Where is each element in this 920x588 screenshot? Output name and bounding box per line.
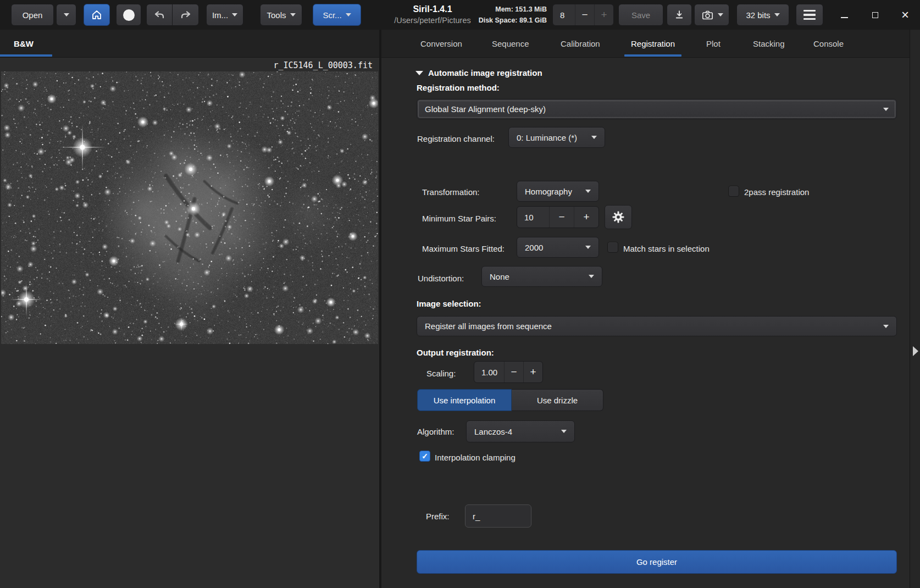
tab-bw[interactable]: B&W <box>4 30 43 57</box>
match-stars-label: Match stars in selection <box>623 244 710 253</box>
window-title-block: Siril-1.4.1 /Users/peterf/Pictures <box>394 3 470 26</box>
scaling-value[interactable]: 1.00 <box>474 362 504 382</box>
min-pairs-decrease-button[interactable]: − <box>549 207 574 228</box>
min-pairs-value[interactable]: 10 <box>517 207 549 228</box>
max-stars-dropdown[interactable]: 2000 <box>517 237 599 258</box>
tab-conversion[interactable]: Conversion <box>420 30 462 57</box>
twopass-label: 2pass registration <box>744 187 809 197</box>
scripts-menu-label: Scr... <box>323 10 341 20</box>
clamping-checkbox[interactable]: ✓ <box>419 451 430 462</box>
tab-console[interactable]: Console <box>813 30 844 57</box>
go-register-button[interactable]: Go register <box>417 550 897 574</box>
redo-button[interactable] <box>173 4 199 26</box>
section-title: Automatic image registration <box>428 68 542 77</box>
undo-button[interactable] <box>146 4 173 26</box>
main-menu-button[interactable] <box>796 4 823 26</box>
channel-dropdown[interactable]: 0: Luminance (*) <box>508 127 605 148</box>
chevron-down-icon <box>232 13 237 16</box>
chevron-down-icon <box>589 275 594 278</box>
max-stars-label: Maximum Stars Fitted: <box>422 244 505 253</box>
chevron-down-icon <box>585 190 591 193</box>
image-selection-value: Register all images from sequence <box>425 321 552 331</box>
camera-icon <box>701 8 714 21</box>
tab-sequence[interactable]: Sequence <box>492 30 529 57</box>
method-label: Registration method: <box>417 83 500 92</box>
algorithm-dropdown[interactable]: Lanczos-4 <box>466 420 575 442</box>
threads-value[interactable]: 8 <box>553 4 575 25</box>
bit-depth-dropdown[interactable]: 32 bits <box>736 4 789 26</box>
minimize-icon <box>841 17 848 18</box>
tab-label: Calibration <box>561 39 600 48</box>
gear-icon <box>611 210 625 224</box>
use-interpolation-label: Use interpolation <box>434 396 496 405</box>
chevron-down-icon <box>774 13 780 16</box>
cwd-indicator-button[interactable] <box>116 4 141 26</box>
disk-space: Disk Space: 89.1 GiB <box>479 15 547 26</box>
match-stars-checkbox[interactable] <box>607 242 618 253</box>
chevron-down-icon <box>290 13 296 16</box>
plus-icon: + <box>601 9 607 21</box>
threads-spinner: 8 − + <box>552 4 614 26</box>
panel-collapse-handle[interactable] <box>910 30 920 588</box>
transformation-label: Transformation: <box>422 187 479 197</box>
chevron-down-icon <box>346 13 351 16</box>
starfield-image[interactable] <box>1 71 378 344</box>
scaling-increase-button[interactable]: + <box>523 362 542 382</box>
save-label: Save <box>631 10 650 20</box>
tab-label: Conversion <box>420 39 462 48</box>
tab-calibration[interactable]: Calibration <box>561 30 600 57</box>
minimize-button[interactable] <box>836 7 852 23</box>
save-button[interactable]: Save <box>618 4 663 26</box>
twopass-checkbox[interactable] <box>728 186 739 197</box>
undistortion-label: Undistortion: <box>418 274 464 283</box>
scaling-decrease-button[interactable]: − <box>504 362 523 382</box>
max-stars-value: 2000 <box>525 243 543 252</box>
app-title: Siril-1.4.1 <box>394 3 470 15</box>
tab-label: Registration <box>631 39 675 48</box>
registration-panel: Automatic image registration Registratio… <box>381 58 910 588</box>
use-drizzle-button[interactable]: Use drizzle <box>512 389 603 411</box>
undo-icon <box>153 8 166 21</box>
tab-stacking[interactable]: Stacking <box>753 30 785 57</box>
tab-registration[interactable]: Registration <box>631 30 675 57</box>
min-pairs-increase-button[interactable]: + <box>574 207 598 228</box>
tab-label: Console <box>813 39 844 48</box>
threads-increase-button[interactable]: + <box>594 4 613 25</box>
save-as-button[interactable] <box>667 4 692 26</box>
tab-label: Plot <box>706 39 721 48</box>
image-selection-dropdown[interactable]: Register all images from sequence <box>417 316 897 336</box>
undistortion-value: None <box>490 272 509 281</box>
tab-plot[interactable]: Plot <box>706 30 721 57</box>
hamburger-icon <box>803 10 816 20</box>
transformation-dropdown[interactable]: Homography <box>517 181 599 202</box>
redo-icon <box>179 8 192 21</box>
use-drizzle-label: Use drizzle <box>537 396 578 405</box>
method-dropdown[interactable]: Global Star Alignment (deep-sky) <box>417 99 897 119</box>
min-pairs-label: Minimum Star Pairs: <box>422 214 496 223</box>
open-recent-dropdown[interactable] <box>56 4 76 26</box>
snapshot-button[interactable] <box>694 4 729 26</box>
algorithm-label: Algorithm: <box>417 427 455 436</box>
maximize-button[interactable] <box>867 7 883 23</box>
min-pairs-spinner: 10 − + <box>517 206 599 228</box>
undistortion-dropdown[interactable]: None <box>481 266 602 287</box>
chevron-down-icon <box>561 430 567 433</box>
scripts-menu-button[interactable]: Scr... <box>313 4 361 26</box>
section-expander[interactable]: Automatic image registration <box>415 68 542 77</box>
threads-decrease-button[interactable]: − <box>575 4 594 25</box>
tab-label: Stacking <box>753 39 785 48</box>
use-interpolation-button[interactable]: Use interpolation <box>417 389 512 411</box>
clamping-label: Interpolation clamping <box>435 453 516 462</box>
download-icon <box>673 9 685 21</box>
chevron-down-icon <box>64 13 69 16</box>
image-menu-button[interactable]: Im... <box>206 4 243 26</box>
home-button[interactable] <box>84 4 110 26</box>
prefix-input[interactable]: r_ <box>465 504 531 528</box>
algorithm-value: Lanczos-4 <box>474 427 512 436</box>
open-button[interactable]: Open <box>11 4 54 26</box>
star-detection-settings-button[interactable] <box>605 205 632 229</box>
tools-menu-button[interactable]: Tools <box>260 4 302 26</box>
close-button[interactable]: × <box>897 7 913 23</box>
processing-tabbar: Conversion Sequence Calibration Registra… <box>381 30 910 58</box>
titlebar: Open Im... Tools Scr... Siril-1.4.1 <box>0 0 920 30</box>
